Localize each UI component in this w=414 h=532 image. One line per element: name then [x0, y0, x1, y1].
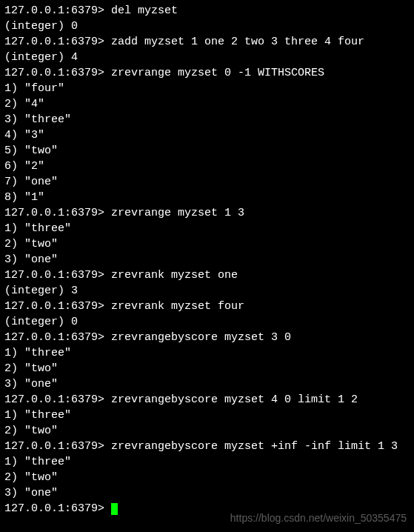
- active-prompt-line[interactable]: 127.0.0.1:6379>: [4, 501, 410, 516]
- output-line: (integer) 4: [4, 50, 410, 65]
- command-text: zrevrange myzset 1 3: [111, 207, 244, 219]
- output-line: 4) "3": [4, 127, 410, 143]
- output-line: 7) "one": [4, 174, 410, 190]
- command-text: zrevrange myzset 0 -1 WITHSCORES: [111, 67, 324, 79]
- output-line: (integer) 3: [4, 283, 410, 299]
- command-text: zrevrangebyscore myzset 3 0: [111, 331, 291, 344]
- command-line: 127.0.0.1:6379> zadd myzset 1 one 2 two …: [4, 34, 410, 50]
- prompt: 127.0.0.1:6379>: [4, 502, 111, 515]
- command-line: 127.0.0.1:6379> zrevrangebyscore myzset …: [4, 330, 410, 345]
- command-text: del myzset: [111, 4, 178, 17]
- command-text: zrevrank myzset four: [111, 300, 244, 313]
- command-line: 127.0.0.1:6379> zrevrank myzset four: [4, 299, 410, 314]
- output-line: 6) "2": [4, 159, 410, 174]
- output-line: 5) "two": [4, 143, 410, 159]
- prompt: 127.0.0.1:6379>: [4, 67, 111, 79]
- output-line: 2) "4": [4, 96, 410, 112]
- prompt: 127.0.0.1:6379>: [4, 393, 111, 406]
- prompt: 127.0.0.1:6379>: [4, 269, 111, 282]
- prompt: 127.0.0.1:6379>: [4, 300, 111, 313]
- output-line: (integer) 0: [4, 314, 410, 330]
- command-text: zrevrangebyscore myzset +inf -inf limit …: [111, 440, 398, 453]
- prompt: 127.0.0.1:6379>: [4, 440, 111, 453]
- output-line: 3) "one": [4, 252, 410, 267]
- prompt: 127.0.0.1:6379>: [4, 331, 111, 344]
- output-line: 1) "three": [4, 454, 410, 470]
- output-line: 1) "three": [4, 345, 410, 361]
- output-line: 1) "four": [4, 81, 410, 96]
- output-line: (integer) 0: [4, 19, 410, 34]
- command-line: 127.0.0.1:6379> zrevrange myzset 0 -1 WI…: [4, 65, 410, 81]
- command-text: zrevrangebyscore myzset 4 0 limit 1 2: [111, 393, 358, 406]
- cursor: [111, 503, 118, 515]
- output-line: 2) "two": [4, 423, 410, 439]
- command-line: 127.0.0.1:6379> zrevrange myzset 1 3: [4, 205, 410, 221]
- output-line: 3) "one": [4, 376, 410, 392]
- output-line: 3) "one": [4, 485, 410, 501]
- output-line: 1) "three": [4, 408, 410, 423]
- output-line: 3) "three": [4, 112, 410, 127]
- output-line: 1) "three": [4, 221, 410, 236]
- output-line: 2) "two": [4, 470, 410, 485]
- terminal-output[interactable]: 127.0.0.1:6379> del myzset(integer) 0127…: [4, 3, 410, 516]
- prompt: 127.0.0.1:6379>: [4, 4, 111, 17]
- command-line: 127.0.0.1:6379> zrevrangebyscore myzset …: [4, 392, 410, 408]
- command-line: 127.0.0.1:6379> zrevrangebyscore myzset …: [4, 439, 410, 454]
- command-text: zrevrank myzset one: [111, 269, 238, 282]
- output-line: 2) "two": [4, 361, 410, 376]
- output-line: 2) "two": [4, 236, 410, 252]
- command-line: 127.0.0.1:6379> zrevrank myzset one: [4, 267, 410, 283]
- prompt: 127.0.0.1:6379>: [4, 36, 111, 48]
- command-line: 127.0.0.1:6379> del myzset: [4, 3, 410, 19]
- output-line: 8) "1": [4, 190, 410, 205]
- command-text: zadd myzset 1 one 2 two 3 three 4 four: [111, 36, 364, 48]
- prompt: 127.0.0.1:6379>: [4, 207, 111, 219]
